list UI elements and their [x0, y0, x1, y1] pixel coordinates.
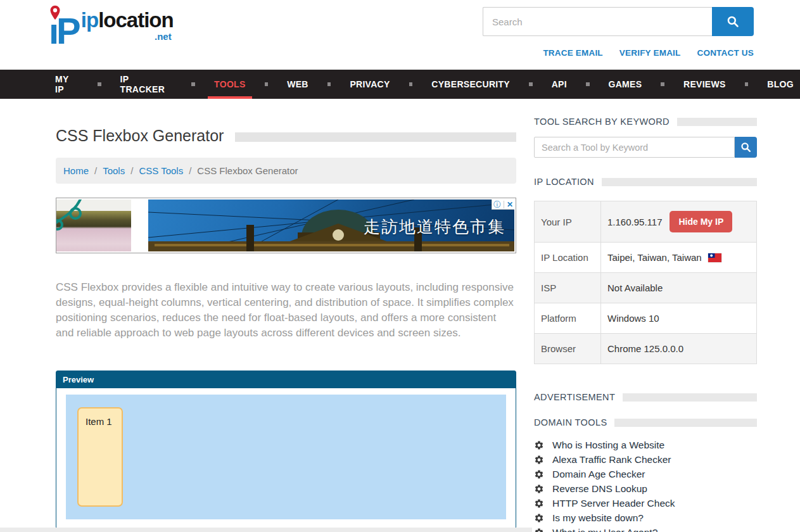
nav-item-privacy[interactable]: PRIVACY: [343, 70, 396, 99]
table-row-ip-location: IP Location Taipei, Taiwan, Taiwan: [535, 243, 757, 273]
ad-route-graphic: [56, 200, 131, 251]
gear-icon: [534, 455, 544, 465]
heading-decorative-bar: [614, 419, 757, 427]
page: ıP iplocation .net TRACE EMAIL VERIFY EM…: [0, 0, 800, 532]
header-search: [483, 7, 754, 36]
ad-close-icon[interactable]: ✕: [504, 201, 513, 208]
nav-separator: [745, 82, 749, 86]
gear-icon: [534, 440, 544, 450]
adchoices-badge: ⓘ ✕: [492, 200, 514, 210]
breadcrumb-separator: /: [94, 165, 97, 176]
contact-us-link[interactable]: CONTACT US: [697, 48, 754, 58]
main-nav: MY IP IP TRACKER TOOLS WEB PRIVACY CYBER…: [0, 70, 800, 99]
breadcrumb-separator: /: [189, 165, 191, 176]
hide-my-ip-button[interactable]: Hide My IP: [670, 211, 732, 232]
search-icon: [740, 142, 751, 153]
logo-location: location: [98, 8, 174, 32]
tool-search: [534, 137, 757, 158]
nav-separator: [98, 82, 101, 86]
row-label: Your IP: [535, 201, 601, 243]
domain-tool-link-user-agent[interactable]: What is my User Agent?: [552, 527, 657, 532]
domain-tool-link-domain-age[interactable]: Domain Age Checker: [552, 469, 645, 480]
table-row-your-ip: Your IP 1.160.95.117 Hide My IP: [535, 201, 757, 243]
nav-item-blog[interactable]: BLOG: [761, 70, 800, 99]
main-column: CSS Flexbox Generator Home / Tools / CSS…: [56, 99, 516, 532]
domain-tool-link-http-header[interactable]: HTTP Server Header Check: [552, 498, 675, 509]
flexbox-preview-item[interactable]: Item 1: [77, 407, 123, 507]
nav-item-tools[interactable]: TOOLS: [208, 70, 251, 99]
nav-item-my-ip[interactable]: MY IP: [49, 70, 85, 99]
list-item: Who is Hosting a Website: [534, 438, 757, 452]
header-quick-links: TRACE EMAIL VERIFY EMAIL CONTACT US: [543, 48, 754, 58]
tool-search-input[interactable]: [534, 137, 735, 158]
adchoices-info-icon[interactable]: ⓘ: [493, 201, 501, 208]
header-search-button[interactable]: [712, 7, 754, 36]
row-label: ISP: [535, 273, 601, 303]
table-row-browser: Browser Chrome 125.0.0.0: [535, 334, 757, 364]
page-bottom-strip: [0, 528, 532, 532]
domain-tool-link-hosting[interactable]: Who is Hosting a Website: [552, 440, 664, 451]
header-search-input[interactable]: [483, 7, 712, 36]
table-row-isp: ISP Not Available: [535, 273, 757, 303]
nav-separator: [409, 82, 413, 86]
list-item: Reverse DNS Lookup: [534, 481, 757, 496]
domain-tools-heading: DOMAIN TOOLS: [534, 417, 757, 428]
map-pin-icon: [49, 5, 61, 20]
flexbox-preview-container: Item 1: [66, 395, 506, 519]
table-row-platform: Platform Windows 10: [535, 303, 757, 334]
preview-panel-header: Preview: [56, 371, 516, 388]
ip-location-heading: IP LOCATION: [534, 177, 757, 187]
site-header: ıP iplocation .net TRACE EMAIL VERIFY EM…: [0, 0, 800, 70]
logo-ip: ip: [81, 8, 98, 32]
breadcrumb-separator: /: [130, 165, 133, 176]
ip-location-value: Taipei, Taiwan, Taiwan: [607, 252, 702, 263]
row-label: Browser: [535, 334, 601, 364]
nav-item-reviews[interactable]: REVIEWS: [677, 70, 732, 99]
breadcrumb-tools[interactable]: Tools: [103, 165, 125, 176]
list-item: HTTP Server Header Check: [534, 496, 757, 510]
logo-tld: .net: [81, 31, 174, 42]
intro-paragraph: CSS Flexbox provides a flexible and intu…: [56, 280, 516, 341]
list-item: Alexa Traffic Rank Checker: [534, 452, 757, 467]
list-item: Domain Age Checker: [534, 467, 757, 481]
search-icon: [727, 15, 739, 28]
your-ip-value: 1.160.95.117: [607, 217, 662, 227]
domain-tool-link-alexa[interactable]: Alexa Traffic Rank Checker: [552, 454, 671, 466]
nav-item-cybersecurity[interactable]: CYBERSECURITY: [425, 70, 516, 99]
domain-tool-link-reverse-dns[interactable]: Reverse DNS Lookup: [552, 483, 647, 495]
nav-item-ip-tracker[interactable]: IP TRACKER: [114, 70, 179, 99]
browser-value: Chrome 125.0.0.0: [601, 334, 757, 364]
domain-tools-list: Who is Hosting a Website Alexa Traffic R…: [534, 438, 757, 532]
tool-search-heading: TOOL SEARCH BY KEYWORD: [534, 117, 757, 127]
nav-separator: [586, 82, 590, 86]
ad-banner[interactable]: 走訪地道特色市集 ⓘ ✕: [56, 198, 516, 253]
taiwan-flag-icon: [708, 253, 721, 262]
title-row: CSS Flexbox Generator: [56, 127, 516, 145]
breadcrumb-css-tools[interactable]: CSS Tools: [139, 165, 183, 176]
sidebar: TOOL SEARCH BY KEYWORD IP LOCATION Y: [534, 99, 757, 532]
nav-separator: [529, 82, 533, 86]
domain-tool-link-website-down[interactable]: Is my website down?: [552, 512, 644, 524]
tool-search-heading-text: TOOL SEARCH BY KEYWORD: [534, 117, 670, 127]
gear-icon: [534, 528, 544, 532]
heading-decorative-bar: [602, 178, 757, 186]
site-logo[interactable]: ıP iplocation .net: [49, 5, 174, 49]
page-title: CSS Flexbox Generator: [56, 127, 224, 145]
nav-separator: [661, 82, 664, 86]
nav-separator: [327, 82, 331, 86]
verify-email-link[interactable]: VERIFY EMAIL: [619, 48, 681, 58]
row-label: Platform: [535, 303, 601, 334]
nav-item-games[interactable]: GAMES: [602, 70, 649, 99]
nav-item-api[interactable]: API: [545, 70, 573, 99]
breadcrumb-home[interactable]: Home: [63, 165, 89, 176]
title-decorative-bar: [235, 132, 516, 142]
gear-icon: [534, 498, 544, 509]
ip-location-table: Your IP 1.160.95.117 Hide My IP IP Locat…: [534, 201, 757, 364]
trace-email-link[interactable]: TRACE EMAIL: [543, 48, 602, 58]
logo-mark: ıP: [49, 5, 79, 49]
advertisement-heading: ADVERTISEMENT: [534, 392, 757, 402]
nav-item-web[interactable]: WEB: [281, 70, 315, 99]
ip-location-heading-text: IP LOCATION: [534, 177, 594, 187]
logo-text: iplocation .net: [81, 10, 174, 42]
tool-search-button[interactable]: [735, 137, 757, 158]
